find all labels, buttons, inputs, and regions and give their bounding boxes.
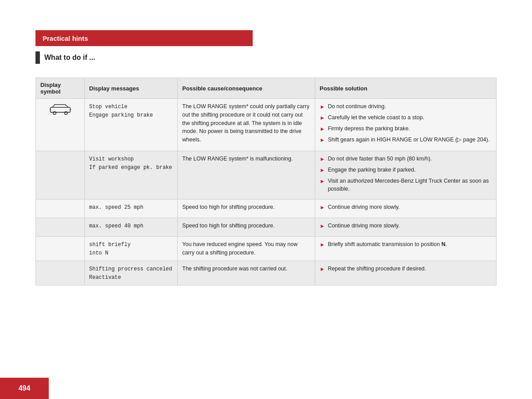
message-text: Stop vehicleEngage parking brake [89, 104, 153, 118]
solution-list: ►Do not continue driving. ►Carefully let… [320, 102, 492, 145]
section-bar-icon [35, 51, 40, 64]
cause-cell: Speed too high for shifting procedure. [178, 218, 315, 237]
messages-cell: Stop vehicleEngage parking brake [85, 99, 178, 151]
page-wrapper: Practical hints What to do if ... Displa… [0, 0, 532, 399]
cause-cell: The LOW RANGE system* could only partial… [178, 99, 315, 151]
solution-cell: ►Briefly shift automatic transmission to… [315, 237, 497, 261]
main-table: Display symbol Display messages Possible… [35, 78, 497, 286]
solution-text: Visit an authorized Mercedes-Benz Light … [328, 177, 492, 193]
solution-text: Repeat the shifting procedure if desired… [328, 265, 426, 273]
bullet-arrow-icon: ► [320, 241, 325, 249]
symbol-cell [36, 151, 85, 200]
message-text: max. speed 40 mph [89, 223, 143, 229]
content-area: Display symbol Display messages Possible… [35, 78, 497, 364]
bullet-arrow-icon: ► [320, 222, 325, 230]
col-header-solution: Possible solution [315, 78, 497, 99]
message-text: shift brieflyinto N [89, 242, 131, 256]
list-item: ►Do not drive faster than 50 mph (80 km/… [320, 155, 492, 163]
list-item: ►Shift gears again in HIGH RANGE or LOW … [320, 136, 492, 144]
col-header-symbol: Display symbol [36, 78, 85, 99]
top-banner: Practical hints [35, 30, 253, 46]
list-item: ►Firmly depress the parking brake. [320, 125, 492, 133]
bullet-arrow-icon: ► [320, 155, 325, 163]
solution-text: Firmly depress the parking brake. [328, 125, 410, 133]
solution-cell: ►Do not drive faster than 50 mph (80 km/… [315, 151, 497, 200]
bullet-arrow-icon: ► [320, 203, 325, 211]
solution-list: ►Continue driving more slowly. [320, 203, 492, 211]
list-item: ►Carefully let the vehicle coast to a st… [320, 113, 492, 122]
list-item: ►Repeat the shifting procedure if desire… [320, 265, 492, 273]
list-item: ►Do not continue driving. [320, 102, 492, 111]
cause-cell: You have reduced engine speed. You may n… [178, 237, 315, 261]
messages-cell: shift brieflyinto N [85, 237, 178, 261]
message-text: Shifting procress canceledReactivate [89, 266, 172, 281]
solution-cell: ►Do not continue driving. ►Carefully let… [315, 99, 497, 151]
cause-cell: The LOW RANGE system* is malfunctioning. [178, 151, 315, 200]
messages-cell: Shifting procress canceledReactivate [85, 261, 178, 286]
solution-text: Shift gears again in HIGH RANGE or LOW R… [328, 136, 489, 144]
solution-text: Continue driving more slowly. [328, 203, 399, 211]
cause-cell: The shifting procedure was not carried o… [178, 261, 315, 286]
solution-text: Continue driving more slowly. [328, 222, 399, 230]
col-header-messages: Display messages [85, 78, 178, 99]
bullet-arrow-icon: ► [320, 265, 325, 273]
table-row: shift brieflyinto N You have reduced eng… [36, 237, 497, 261]
solution-list: ►Continue driving more slowly. [320, 222, 492, 230]
solution-text: Briefly shift automatic transmission to … [328, 240, 447, 249]
symbol-cell [36, 261, 85, 286]
svg-rect-0 [50, 107, 70, 112]
solution-text: Carefully let the vehicle coast to a sto… [328, 113, 424, 122]
table-row: max. speed 25 mph Speed too high for shi… [36, 200, 497, 218]
bullet-arrow-icon: ► [320, 136, 325, 144]
solution-cell: ►Continue driving more slowly. [315, 218, 497, 237]
bullet-arrow-icon: ► [320, 125, 325, 133]
solution-text: Do not continue driving. [328, 102, 386, 111]
car-icon [50, 102, 71, 115]
list-item: ►Engage the parking brake if parked. [320, 166, 492, 174]
bullet-arrow-icon: ► [320, 114, 325, 122]
table-row: max. speed 40 mph Speed too high for shi… [36, 218, 497, 237]
message-text: Visit workshopIf parked engage pk. brake [89, 156, 172, 171]
solution-list: ►Briefly shift automatic transmission to… [320, 240, 492, 249]
col-header-cause: Possible cause/consequence [178, 78, 315, 99]
table-header-row: Display symbol Display messages Possible… [36, 78, 497, 99]
symbol-cell [36, 218, 85, 237]
page-number: 494 [19, 384, 31, 392]
banner-title: Practical hints [43, 35, 88, 42]
cause-cell: Speed too high for shifting procedure. [178, 200, 315, 218]
section-title: What to do if ... [44, 54, 95, 62]
symbol-cell [36, 200, 85, 218]
section-header: What to do if ... [35, 51, 95, 64]
table-row: Visit workshopIf parked engage pk. brake… [36, 151, 497, 200]
message-text: max. speed 25 mph [89, 204, 143, 211]
solution-text: Do not drive faster than 50 mph (80 km/h… [328, 155, 432, 163]
table-row: Shifting procress canceledReactivate The… [36, 261, 497, 286]
solution-list: ►Do not drive faster than 50 mph (80 km/… [320, 155, 492, 193]
list-item: ►Continue driving more slowly. [320, 222, 492, 230]
solution-cell: ►Continue driving more slowly. [315, 200, 497, 218]
bullet-arrow-icon: ► [320, 103, 325, 111]
messages-cell: max. speed 40 mph [85, 218, 178, 237]
bullet-arrow-icon: ► [320, 166, 325, 174]
messages-cell: Visit workshopIf parked engage pk. brake [85, 151, 178, 200]
table-row: Stop vehicleEngage parking brake The LOW… [36, 99, 497, 151]
list-item: ►Visit an authorized Mercedes-Benz Light… [320, 177, 492, 193]
solution-cell: ►Repeat the shifting procedure if desire… [315, 261, 497, 286]
solution-text: Engage the parking brake if parked. [328, 166, 415, 174]
page-footer: 494 [0, 378, 49, 399]
list-item: ►Briefly shift automatic transmission to… [320, 240, 492, 249]
symbol-cell [36, 99, 85, 151]
list-item: ►Continue driving more slowly. [320, 203, 492, 211]
symbol-cell [36, 237, 85, 261]
solution-list: ►Repeat the shifting procedure if desire… [320, 265, 492, 273]
messages-cell: max. speed 25 mph [85, 200, 178, 218]
bullet-arrow-icon: ► [320, 177, 325, 193]
